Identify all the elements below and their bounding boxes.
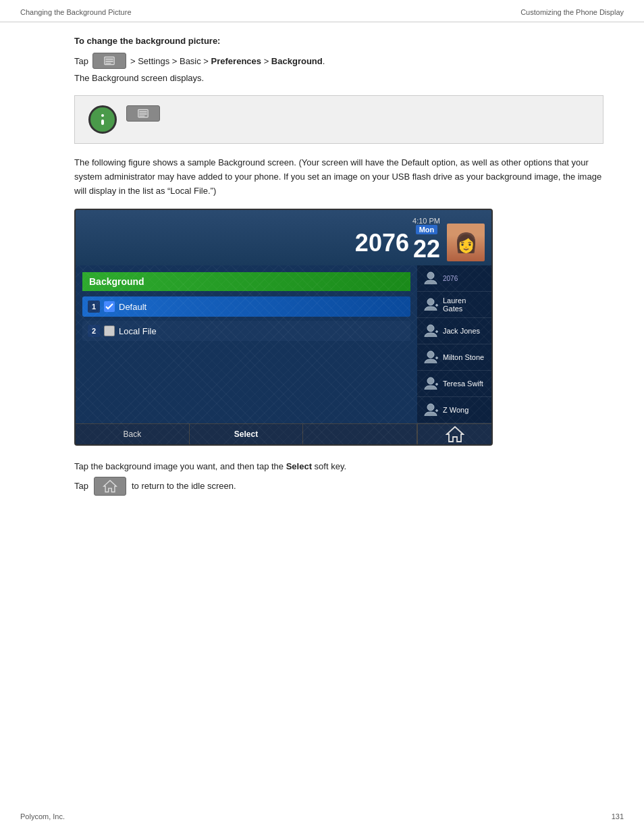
instruction1-suffix: > Settings > Basic > Preferences > Backg… (130, 56, 325, 66)
home-icon (446, 425, 464, 443)
contact-item-ext[interactable]: 2076 (417, 265, 491, 292)
svg-point-15 (427, 351, 434, 358)
menu-icon-button[interactable] (92, 53, 126, 69)
phone-header: 4:10 PM 2076 Mon 22 👩 (76, 210, 491, 265)
contact-item-lauren[interactable]: Lauren Gates (417, 292, 491, 318)
main-content: To change the background picture: Tap > … (0, 22, 644, 509)
contact-icon-milton (421, 348, 440, 367)
contact-ext-num: 2076 (443, 275, 458, 282)
header-bar: Changing the Background Picture Customiz… (0, 0, 644, 22)
back-button[interactable]: Back (76, 424, 190, 444)
contact-item-milton[interactable]: Milton Stone (417, 344, 491, 371)
footer-right: 131 (612, 812, 624, 820)
empty-footer-btn (303, 424, 417, 444)
list-item-local-file[interactable]: 2 Local File (82, 321, 410, 341)
person-icon-zwong (423, 402, 438, 417)
phone-time-area: 4:10 PM 2076 Mon 22 (82, 214, 440, 261)
note-box (74, 95, 603, 144)
note-content (126, 105, 160, 122)
list-label-default: Default (119, 302, 146, 312)
contact-icon-lauren (421, 295, 440, 314)
bottom-instruction-2-prefix: Tap (74, 479, 88, 494)
contact-item-jack[interactable]: Jack Jones (417, 318, 491, 344)
contact-item-zwong[interactable]: Z Wong (417, 397, 491, 423)
bottom-instruction-1-prefix: Tap the background image you want, and t… (74, 461, 286, 471)
svg-rect-3 (105, 63, 111, 63)
instruction-line-1: Tap > Settings > Basic > Preferences > B… (74, 53, 603, 69)
note-icon-line (101, 120, 104, 125)
contact-icon-jack (421, 321, 440, 340)
svg-rect-2 (105, 61, 113, 62)
contact-name-jack: Jack Jones (443, 327, 480, 335)
phone-footer: Back Select (76, 423, 491, 444)
contact-name-zwong: Z Wong (443, 406, 468, 414)
bottom-instruction-2: Tap to return to the idle screen. (74, 477, 603, 496)
note-icon-dot (101, 114, 104, 117)
phone-left-panel: Background 1 Default 2 Local File (76, 265, 417, 423)
contact-icon-ext (421, 269, 440, 288)
bottom-instruction-1: Tap the background image you want, and t… (74, 459, 603, 474)
instruction-text-2: The Background screen displays. (74, 73, 603, 83)
svg-point-12 (427, 325, 434, 332)
svg-rect-6 (139, 113, 146, 115)
phone-footer-buttons: Back Select (76, 424, 417, 444)
svg-point-18 (427, 377, 434, 384)
home-btn-icon (103, 479, 117, 493)
select-bold-label: Select (286, 461, 312, 471)
bottom-instructions: Tap the background image you want, and t… (74, 459, 603, 496)
phone-ext: 2076 (355, 231, 409, 255)
phone-screen: 4:10 PM 2076 Mon 22 👩 Background (74, 209, 493, 446)
bottom-instruction-1-suffix: soft key. (312, 461, 346, 471)
phone-right-panel: 2076 Lauren Gates (417, 265, 491, 423)
menu-icon (104, 56, 115, 66)
contact-name-teresa: Teresa Swift (443, 380, 483, 388)
note-menu-icon-button[interactable] (126, 105, 160, 122)
checkmark-icon (105, 303, 113, 310)
home-button[interactable] (417, 424, 491, 444)
person-icon-teresa (423, 376, 438, 391)
avatar-face: 👩 (447, 224, 485, 261)
home-icon-button[interactable] (94, 477, 126, 496)
person-icon (423, 271, 438, 286)
phone-avatar: 👩 (447, 224, 485, 261)
contact-icon-zwong (421, 400, 440, 419)
svg-rect-5 (139, 111, 146, 113)
footer-left: Polycom, Inc. (20, 812, 65, 820)
phone-time: 4:10 PM (412, 217, 440, 225)
header-right: Customizing the Phone Display (520, 8, 624, 16)
page-footer: Polycom, Inc. 131 (20, 812, 624, 820)
person-icon-lauren (423, 297, 438, 312)
person-icon-jack (423, 323, 438, 338)
contact-name-lauren: Lauren Gates (443, 296, 487, 313)
phone-body: Background 1 Default 2 Local File (76, 265, 491, 423)
instruction1-prefix: Tap (74, 56, 88, 66)
background-label: Background (82, 272, 410, 291)
person-icon-milton (423, 350, 438, 365)
svg-rect-7 (139, 115, 144, 116)
body-text: The following figure shows a sample Back… (74, 156, 603, 198)
svg-marker-25 (104, 481, 116, 492)
contact-item-teresa[interactable]: Teresa Swift (417, 371, 491, 397)
list-check-1 (104, 301, 115, 312)
section-title: To change the background picture: (74, 36, 603, 46)
select-button[interactable]: Select (190, 424, 304, 444)
bottom-instruction-2-suffix: to return to the idle screen. (132, 479, 236, 494)
list-label-local-file: Local File (119, 326, 157, 336)
note-menu-icon (138, 109, 149, 118)
contact-name-milton: Milton Stone (443, 353, 484, 361)
svg-rect-1 (105, 59, 113, 60)
list-num-1: 1 (88, 301, 100, 313)
svg-point-8 (427, 272, 434, 279)
svg-point-9 (427, 298, 434, 305)
svg-point-21 (427, 404, 434, 411)
phone-date: 22 (413, 237, 440, 261)
phone-day: Mon (416, 225, 438, 234)
list-item-default[interactable]: 1 Default (82, 296, 410, 317)
list-num-2: 2 (88, 325, 100, 337)
list-check-2 (104, 325, 115, 336)
svg-marker-24 (447, 427, 463, 442)
note-icon (88, 105, 117, 134)
contact-icon-teresa (421, 374, 440, 393)
header-left: Changing the Background Picture (20, 8, 132, 16)
